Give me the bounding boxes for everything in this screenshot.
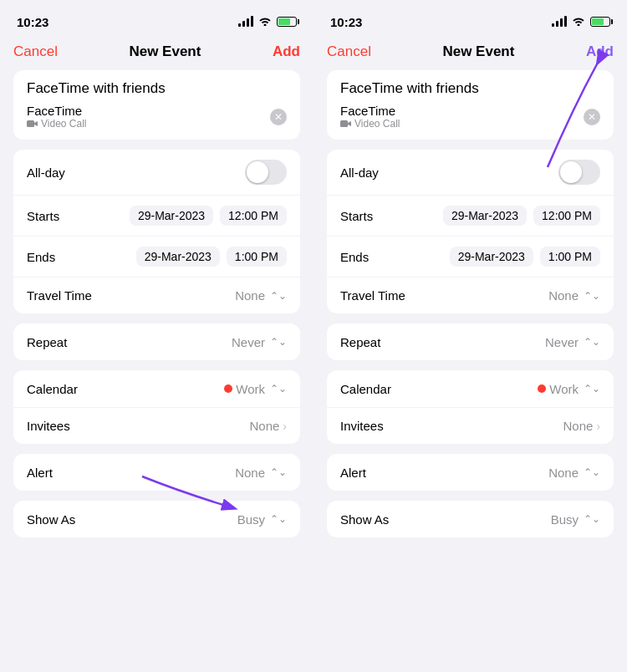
invitees-value-left: None › [249, 419, 287, 433]
facetime-info-right: FaceTime Video Call [340, 104, 400, 130]
battery-icon-right [590, 17, 610, 27]
showas-label-left: Show As [27, 512, 75, 527]
starts-date-left[interactable]: 29-Mar-2023 [130, 206, 213, 226]
battery-icon-left [277, 17, 297, 27]
calendar-dot-right [538, 384, 546, 393]
allday-toggle-right[interactable] [558, 160, 600, 185]
event-title-section-left: FaceTime with friends FaceTime Video Cal… [13, 70, 300, 140]
clear-button-right[interactable]: ✕ [584, 109, 600, 125]
travel-row-right[interactable]: Travel Time None ⌃⌄ [327, 277, 614, 313]
video-call-label-right: Video Call [340, 118, 400, 130]
alert-row-left[interactable]: Alert None ⌃⌄ [13, 454, 300, 491]
invitees-row-left[interactable]: Invitees None › [13, 407, 300, 444]
signal-icon-right [552, 17, 567, 27]
status-icons-right [552, 16, 610, 28]
showas-value-left: Busy ⌃⌄ [237, 512, 287, 527]
showas-row-left[interactable]: Show As Busy ⌃⌄ [13, 501, 300, 537]
video-call-label-left: Video Call [27, 118, 86, 130]
ends-time-right[interactable]: 1:00 PM [540, 247, 600, 267]
showas-chevron-left: ⌃⌄ [270, 513, 287, 525]
ends-time-left[interactable]: 1:00 PM [227, 247, 287, 267]
signal-icon-left [238, 17, 253, 27]
showas-label-right: Show As [340, 512, 389, 527]
facetime-info-left: FaceTime Video Call [27, 104, 86, 130]
repeat-chevron-right: ⌃⌄ [584, 336, 600, 348]
wifi-icon-right [572, 16, 585, 28]
ends-label-right: Ends [340, 250, 369, 264]
travel-label-right: Travel Time [340, 288, 405, 303]
repeat-section-left: Repeat Never ⌃⌄ [13, 323, 300, 360]
invitees-arrow-left: › [283, 420, 287, 433]
alert-section-right: Alert None ⌃⌄ [327, 454, 614, 491]
event-subtitle-left: FaceTime Video Call ✕ [13, 100, 300, 140]
repeat-section-right: Repeat Never ⌃⌄ [327, 323, 614, 360]
panel-right: 10:23 Cancel New Event Add FaceTime with… [314, 0, 627, 672]
ends-date-left[interactable]: 29-Mar-2023 [136, 247, 220, 267]
repeat-chevron-left: ⌃⌄ [270, 336, 287, 348]
starts-value-right: 29-Mar-2023 12:00 PM [440, 206, 600, 226]
invitees-label-left: Invitees [27, 419, 70, 433]
invitees-label-right: Invitees [340, 419, 384, 433]
add-button-right[interactable]: Add [586, 43, 614, 60]
calendar-row-right[interactable]: Calendar Work ⌃⌄ [327, 370, 614, 407]
repeat-row-left[interactable]: Repeat Never ⌃⌄ [13, 323, 300, 360]
starts-row-left[interactable]: Starts 29-Mar-2023 12:00 PM [13, 195, 300, 236]
calendar-chevron-left: ⌃⌄ [270, 383, 287, 395]
facetime-label-right: FaceTime [340, 104, 400, 118]
alert-section-left: Alert None ⌃⌄ [13, 454, 300, 491]
alert-row-right[interactable]: Alert None ⌃⌄ [327, 454, 614, 491]
nav-title-left: New Event [129, 43, 201, 60]
travel-chevron-right: ⌃⌄ [584, 290, 600, 302]
repeat-value-right: Never ⌃⌄ [545, 335, 600, 349]
starts-time-right[interactable]: 12:00 PM [533, 206, 600, 226]
allday-toggle-left[interactable] [245, 160, 287, 185]
alert-value-left: None ⌃⌄ [235, 466, 287, 480]
nav-bar-left: Cancel New Event Add [0, 37, 314, 70]
calendar-section-right: Calendar Work ⌃⌄ Invitees None › [327, 370, 614, 444]
alert-chevron-left: ⌃⌄ [270, 466, 287, 478]
allday-label-left: All-day [27, 165, 65, 180]
ends-value-left: 29-Mar-2023 1:00 PM [133, 247, 287, 267]
invitees-value-right: None › [563, 419, 600, 433]
allday-row-left: All-day [13, 150, 300, 195]
starts-row-right[interactable]: Starts 29-Mar-2023 12:00 PM [327, 195, 614, 236]
cancel-button-left[interactable]: Cancel [13, 43, 58, 60]
alert-value-right: None ⌃⌄ [548, 466, 600, 480]
event-title-right[interactable]: FaceTime with friends [327, 70, 614, 100]
travel-label-left: Travel Time [27, 288, 92, 303]
add-button-left[interactable]: Add [273, 43, 300, 60]
calendar-value-left: Work ⌃⌄ [224, 382, 287, 396]
alert-label-right: Alert [340, 466, 366, 480]
allday-row-right: All-day [327, 150, 614, 195]
repeat-row-right[interactable]: Repeat Never ⌃⌄ [327, 323, 614, 360]
invitees-arrow-right: › [596, 420, 600, 433]
cancel-button-right[interactable]: Cancel [327, 43, 371, 60]
showas-row-right[interactable]: Show As Busy ⌃⌄ [327, 501, 614, 537]
starts-date-right[interactable]: 29-Mar-2023 [443, 206, 527, 226]
starts-time-left[interactable]: 12:00 PM [220, 206, 287, 226]
repeat-label-left: Repeat [27, 335, 67, 349]
calendar-label-right: Calendar [340, 382, 391, 396]
event-subtitle-right: FaceTime Video Call ✕ [327, 100, 614, 140]
starts-label-right: Starts [340, 209, 373, 223]
ends-row-right[interactable]: Ends 29-Mar-2023 1:00 PM [327, 236, 614, 277]
ends-row-left[interactable]: Ends 29-Mar-2023 1:00 PM [13, 236, 300, 277]
calendar-label-left: Calendar [27, 382, 78, 396]
status-icons-left [238, 16, 297, 28]
alert-chevron-right: ⌃⌄ [584, 466, 600, 478]
status-time-left: 10:23 [17, 15, 48, 29]
repeat-value-left: Never ⌃⌄ [232, 335, 287, 349]
nav-title-right: New Event [442, 43, 514, 60]
status-bar-right: 10:23 [314, 0, 627, 37]
invitees-row-right[interactable]: Invitees None › [327, 407, 614, 444]
repeat-label-right: Repeat [340, 335, 380, 349]
ends-date-right[interactable]: 29-Mar-2023 [450, 247, 533, 267]
travel-value-left: None ⌃⌄ [235, 288, 287, 303]
clear-button-left[interactable]: ✕ [270, 109, 287, 125]
calendar-dot-left [224, 384, 232, 393]
showas-section-left: Show As Busy ⌃⌄ [13, 501, 300, 537]
travel-row-left[interactable]: Travel Time None ⌃⌄ [13, 277, 300, 313]
event-title-left[interactable]: FaceTime with friends [13, 70, 300, 100]
calendar-value-right: Work ⌃⌄ [538, 382, 600, 396]
calendar-row-left[interactable]: Calendar Work ⌃⌄ [13, 370, 300, 407]
